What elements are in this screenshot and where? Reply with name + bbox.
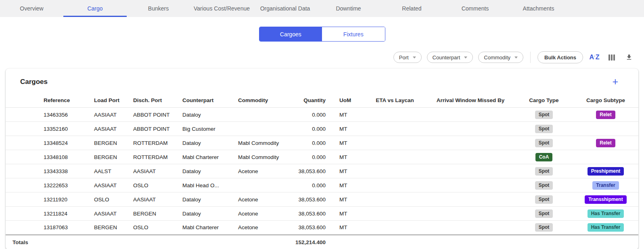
commodity-filter-label: Commodity bbox=[484, 54, 510, 61]
tab-various-cost-revenue[interactable]: Various Cost/Revenue bbox=[190, 0, 253, 17]
cargo-type-badge: Spot bbox=[535, 125, 553, 133]
header-cargo-subtype[interactable]: Cargo Subtype bbox=[573, 93, 638, 108]
cell-load-port: BERGEN bbox=[92, 150, 132, 164]
header-arrival-window-missed-by[interactable]: Arrival Window Missed By bbox=[426, 93, 515, 108]
cell-uom: MT bbox=[327, 150, 364, 164]
table-row[interactable]: 13211824 AASIAAT BERGEN Dataloy Acetone … bbox=[6, 207, 638, 221]
counterpart-filter-dropdown[interactable]: Counterpart bbox=[427, 52, 473, 63]
cell-arrival-window-missed-by bbox=[426, 164, 515, 178]
table-row[interactable]: 13348524 BERGEN ROTTERDAM Dataloy Mabl C… bbox=[6, 136, 638, 150]
row-leading-space bbox=[6, 207, 42, 221]
table-row[interactable]: 13343338 AALST AASIAAT Dataloy Acetone 3… bbox=[6, 164, 638, 178]
header-uom[interactable]: UoM bbox=[327, 93, 364, 108]
cell-counterpart: Dataloy bbox=[181, 207, 236, 221]
cell-reference: 13352160 bbox=[42, 122, 92, 136]
table-row[interactable]: 13211920 OSLO AASIAAT Dataloy Acetone 38… bbox=[6, 193, 638, 207]
cell-disch-port: ROTTERDAM bbox=[132, 136, 181, 150]
cargo-type-badge: Spot bbox=[535, 111, 553, 119]
tab-bunkers[interactable]: Bunkers bbox=[127, 0, 190, 17]
header-cargo-type[interactable]: Cargo Type bbox=[515, 93, 573, 108]
cell-load-port: BERGEN bbox=[92, 221, 132, 235]
commodity-filter-dropdown[interactable]: Commodity bbox=[478, 52, 523, 63]
cell-eta-vs-laycan bbox=[364, 150, 426, 164]
cargo-subtype-badge: Has Transfer bbox=[588, 223, 624, 232]
cell-commodity: Acetone bbox=[236, 221, 285, 235]
bulk-actions-button[interactable]: Bulk Actions bbox=[537, 51, 583, 63]
column-view-icon[interactable] bbox=[606, 51, 618, 63]
cell-reference: 13211824 bbox=[42, 207, 92, 221]
cell-counterpart: Mabl Charterer bbox=[181, 150, 236, 164]
toggle-cargoes-button[interactable]: Cargoes bbox=[259, 27, 322, 41]
cell-quantity: 38,053.600 bbox=[285, 221, 327, 235]
port-filter-dropdown[interactable]: Port bbox=[393, 52, 422, 63]
tab-comments[interactable]: Comments bbox=[443, 0, 507, 17]
cell-reference: 13187063 bbox=[42, 221, 92, 235]
tab-organisational-data[interactable]: Organisational Data bbox=[253, 0, 317, 17]
table-row[interactable]: 13187063 BERGEN OSLO Mabl Charterer Acet… bbox=[6, 221, 638, 235]
cargo-subtype-badge: Preshipment bbox=[588, 167, 624, 176]
download-icon[interactable] bbox=[623, 51, 635, 63]
totals-quantity: 152,214.400 bbox=[285, 235, 327, 249]
sort-alphabetical-icon[interactable]: A↓Z bbox=[588, 51, 600, 63]
cell-eta-vs-laycan bbox=[364, 108, 426, 122]
header-disch-port[interactable]: Disch. Port bbox=[132, 93, 181, 108]
row-leading-space bbox=[6, 193, 42, 207]
cargo-type-badge: Spot bbox=[535, 181, 553, 190]
cell-load-port: OSLO bbox=[92, 193, 132, 207]
row-leading-space bbox=[6, 150, 42, 164]
cell-disch-port: BERGEN bbox=[132, 207, 181, 221]
cargo-subtype-badge: Transfer bbox=[592, 181, 619, 190]
header-reference[interactable]: Reference bbox=[42, 93, 92, 108]
header-counterpart[interactable]: Counterpart bbox=[181, 93, 236, 108]
cell-uom: MT bbox=[327, 207, 364, 221]
cell-reference: 13348108 bbox=[42, 150, 92, 164]
tab-overview[interactable]: Overview bbox=[0, 0, 63, 17]
row-leading-space bbox=[6, 221, 42, 235]
cell-quantity: 38,053.600 bbox=[285, 193, 327, 207]
tab-cargo[interactable]: Cargo bbox=[63, 0, 127, 17]
view-toggle-wrap: Cargoes Fixtures bbox=[0, 27, 644, 42]
cell-arrival-window-missed-by bbox=[426, 207, 515, 221]
cell-load-port: AASIAAT bbox=[92, 178, 132, 193]
cell-disch-port: AASIAAT bbox=[132, 193, 181, 207]
cargo-subtype-badge: Has Transfer bbox=[588, 209, 624, 218]
cell-counterpart: Dataloy bbox=[181, 164, 236, 178]
tab-downtime[interactable]: Downtime bbox=[317, 0, 380, 17]
cell-eta-vs-laycan bbox=[364, 221, 426, 235]
table-row[interactable]: 13463356 AASIAAT ABBOT POINT Dataloy 0.0… bbox=[6, 108, 638, 122]
panel-title: Cargoes bbox=[20, 78, 48, 86]
cargo-type-badge: Spot bbox=[535, 209, 553, 218]
cell-counterpart: Big Customer bbox=[181, 122, 236, 136]
chevron-down-icon bbox=[413, 56, 416, 59]
cell-quantity: 38,053.600 bbox=[285, 164, 327, 178]
cell-arrival-window-missed-by bbox=[426, 221, 515, 235]
cell-counterpart: Dataloy bbox=[181, 108, 236, 122]
header-eta-vs-laycan[interactable]: ETA vs Laycan bbox=[364, 93, 426, 108]
toggle-fixtures-button[interactable]: Fixtures bbox=[322, 27, 385, 41]
header-load-port[interactable]: Load Port bbox=[92, 93, 132, 108]
cell-quantity: 0.000 bbox=[285, 150, 327, 164]
cell-load-port: AASIAAT bbox=[92, 207, 132, 221]
cell-eta-vs-laycan bbox=[364, 122, 426, 136]
cell-load-port: AASIAAT bbox=[92, 108, 132, 122]
cargoes-panel-header: Cargoes + bbox=[6, 69, 638, 88]
row-leading-space bbox=[6, 136, 42, 150]
counterpart-filter-label: Counterpart bbox=[433, 54, 460, 61]
table-row[interactable]: 13222653 AASIAAT OSLO Mabl Head O... 0.0… bbox=[6, 178, 638, 193]
cell-uom: MT bbox=[327, 136, 364, 150]
cell-commodity bbox=[236, 108, 285, 122]
cell-reference: 13222653 bbox=[42, 178, 92, 193]
cargo-subtype-badge: Transshipment bbox=[585, 195, 626, 204]
header-commodity[interactable]: Commodity bbox=[236, 93, 285, 108]
plus-icon[interactable]: + bbox=[612, 77, 618, 87]
row-leading-space bbox=[6, 164, 42, 178]
tab-attachments[interactable]: Attachments bbox=[507, 0, 570, 17]
chevron-down-icon bbox=[464, 56, 467, 59]
cell-disch-port: AASIAAT bbox=[132, 164, 181, 178]
tab-related[interactable]: Related bbox=[380, 0, 443, 17]
cell-load-port: BERGEN bbox=[92, 136, 132, 150]
cell-load-port: AASIAAT bbox=[92, 122, 132, 136]
header-quantity[interactable]: Quantity bbox=[285, 93, 327, 108]
table-row[interactable]: 13352160 AASIAAT ABBOT POINT Big Custome… bbox=[6, 122, 638, 136]
table-row[interactable]: 13348108 BERGEN ROTTERDAM Mabl Charterer… bbox=[6, 150, 638, 164]
